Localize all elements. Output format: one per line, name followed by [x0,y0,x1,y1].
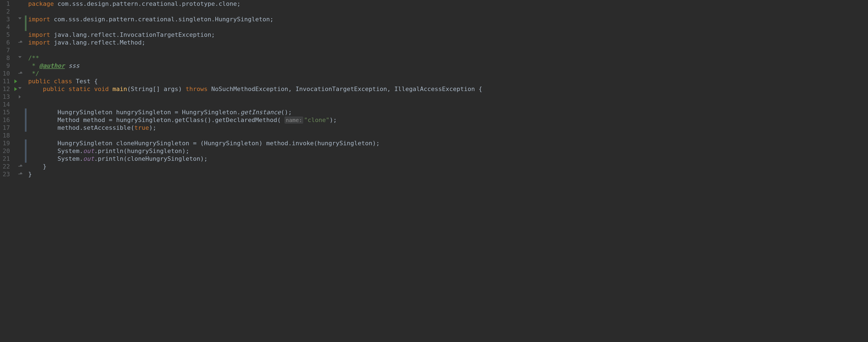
line-number: 12 [0,85,11,93]
code-line[interactable]: 21 System.out.println(cloneHungrySinglet… [0,155,868,163]
code-text[interactable] [27,8,28,16]
code-text[interactable]: HungrySingleton hungrySingleton = Hungry… [27,109,292,116]
gutter [18,155,27,163]
code-text[interactable]: System.out.println(hungrySingleton); [27,147,189,155]
gutter [18,116,27,124]
code-line[interactable]: 5import java.lang.reflect.InvocationTarg… [0,31,868,39]
line-number: 15 [0,109,11,116]
code-text[interactable]: import com.sss.design.pattern.creational… [27,16,273,23]
line-number: 4 [0,23,11,31]
line-number: 18 [0,132,11,139]
fold-toggle-icon[interactable] [18,18,22,19]
line-number: 20 [0,147,11,155]
code-line[interactable]: 3import com.sss.design.pattern.creationa… [0,16,868,23]
code-text[interactable]: HungrySingleton cloneHungrySingleton = (… [27,139,380,147]
code-line[interactable]: 6import java.lang.reflect.Method; [0,39,868,47]
line-number: 2 [0,8,11,16]
vcs-change-marker [25,147,27,155]
code-text[interactable]: } [27,163,46,170]
code-line[interactable]: 23} [0,170,868,178]
vcs-change-marker [25,155,27,163]
code-line[interactable]: 2 [0,8,868,16]
code-text[interactable]: package com.sss.design.pattern.creationa… [27,0,241,8]
code-text[interactable] [27,93,28,101]
line-number: 6 [0,39,11,47]
code-text[interactable] [27,47,28,54]
fold-toggle-icon[interactable] [18,87,22,89]
code-text[interactable]: import java.lang.reflect.InvocationTarge… [27,31,215,39]
code-text[interactable]: * @author sss [27,62,79,70]
fold-toggle-icon[interactable] [18,56,22,58]
fold-end-icon[interactable] [18,166,22,167]
gutter [18,147,27,155]
code-text[interactable]: import java.lang.reflect.Method; [27,39,146,47]
vcs-change-marker [25,16,27,23]
gutter [18,132,27,139]
line-number: 11 [0,78,11,85]
code-line[interactable]: 17 method.setAccessible(true); [0,124,868,132]
line-number: 16 [0,116,11,124]
code-line[interactable]: 11public class Test { [0,78,868,85]
code-text[interactable]: } [27,170,32,178]
vcs-change-marker [25,116,27,124]
line-number: 23 [0,170,11,178]
code-line[interactable]: 8/** [0,54,868,62]
fold-end-icon[interactable] [18,42,22,42]
line-number: 19 [0,139,11,147]
gutter [18,101,27,109]
code-line[interactable]: 1package com.sss.design.pattern.creation… [0,0,868,8]
code-line[interactable]: 22 } [0,163,868,170]
code-line[interactable]: 10 */ [0,70,868,78]
line-number: 3 [0,16,11,23]
line-number: 1 [0,0,11,8]
code-text[interactable]: method.setAccessible(true); [27,124,156,132]
code-text[interactable]: Method method = hungrySingleton.getClass… [27,116,337,124]
line-number: 9 [0,62,11,70]
gutter [18,8,27,16]
gutter [18,23,27,31]
gutter [18,70,27,78]
gutter [18,109,27,116]
gutter [18,39,27,47]
code-text[interactable]: /** [27,54,39,62]
code-line[interactable]: 7 [0,47,868,54]
gutter [18,170,27,178]
run-gutter-icon[interactable] [14,87,17,91]
gutter [18,54,27,62]
code-text[interactable]: public class Test { [27,78,98,85]
code-text[interactable] [27,132,28,139]
gutter [18,0,27,8]
gutter [18,47,27,54]
code-text[interactable]: System.out.println(cloneHungrySingleton)… [27,155,208,163]
code-text[interactable]: public static void main(String[] args) t… [27,85,482,93]
line-number: 7 [0,47,11,54]
fold-toggle-icon[interactable] [19,95,21,98]
code-line[interactable]: 15 HungrySingleton hungrySingleton = Hun… [0,109,868,116]
gutter [18,16,27,23]
gutter [18,163,27,170]
code-line[interactable]: 14 [0,101,868,109]
gutter [18,31,27,39]
code-text[interactable] [27,101,28,109]
code-editor[interactable]: 1package com.sss.design.pattern.creation… [0,0,868,178]
line-number: 10 [0,70,11,78]
fold-end-icon[interactable] [18,174,22,174]
code-line[interactable]: 12 public static void main(String[] args… [0,85,868,93]
code-line[interactable]: 19 HungrySingleton cloneHungrySingleton … [0,139,868,147]
line-number: 21 [0,155,11,163]
code-line[interactable]: 20 System.out.println(hungrySingleton); [0,147,868,155]
run-gutter-icon[interactable] [14,79,17,83]
line-number: 5 [0,31,11,39]
code-line[interactable]: 18 [0,132,868,139]
line-number: 8 [0,54,11,62]
code-line[interactable]: 9 * @author sss [0,62,868,70]
code-line[interactable]: 4 [0,23,868,31]
code-text[interactable] [27,23,28,31]
code-line[interactable]: 16 Method method = hungrySingleton.getCl… [0,116,868,124]
vcs-change-marker [25,23,27,31]
gutter [18,62,27,70]
vcs-change-marker [25,139,27,147]
code-line[interactable]: 13 [0,93,868,101]
fold-end-icon[interactable] [18,73,22,74]
code-text[interactable]: */ [27,70,39,78]
